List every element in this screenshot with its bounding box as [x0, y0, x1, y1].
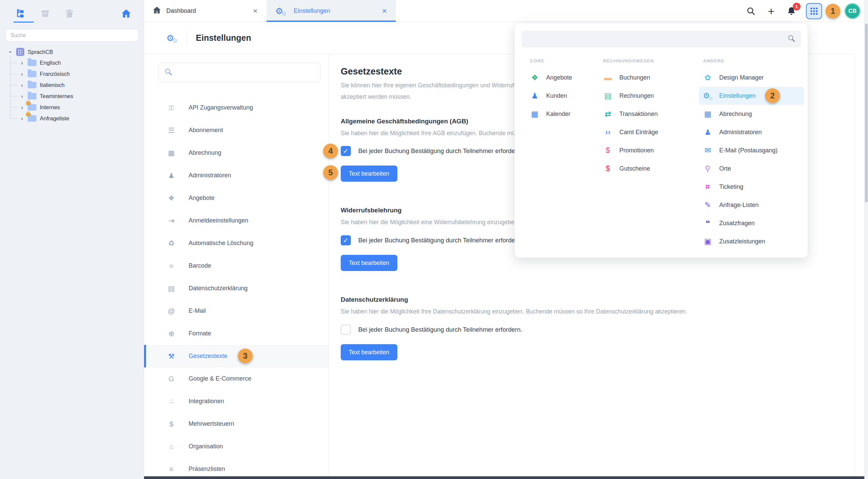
chevron-right-icon[interactable]: › [20, 71, 24, 78]
checkbox-checked-icon[interactable] [341, 235, 351, 245]
bell-icon[interactable]: 1 [786, 5, 797, 17]
launcher-item[interactable]: ❝ Zusatzfragen [699, 214, 804, 232]
launcher-item[interactable]: $ Promotionen [599, 141, 698, 159]
edit-text-button-agb[interactable]: Text bearbeiten [341, 166, 397, 182]
archive-icon[interactable] [38, 6, 53, 21]
settings-nav-label: Mehrwertsteuern [189, 420, 234, 427]
content-title: Gesetzestexte [341, 66, 402, 77]
chevron-right-icon[interactable]: › [20, 60, 24, 66]
launcher-item-label: E-Mail (Postausgang) [719, 147, 778, 154]
tab-dashboard[interactable]: Dashboard ✕ [144, 0, 267, 22]
page-scrollbar[interactable] [864, 0, 868, 479]
sidebar-search-input[interactable] [5, 29, 139, 42]
plus-icon[interactable]: + [765, 5, 777, 17]
settings-nav-item[interactable]: ♟ Administratoren [144, 164, 329, 187]
settings-nav-item[interactable]: ≡ Präsenzlisten [144, 458, 329, 479]
tree-folder-row[interactable]: › Teaminternes [10, 91, 144, 102]
launcher-search[interactable] [522, 31, 801, 48]
tax-hand-icon: $ [166, 420, 176, 428]
cube-icon: ❖ [530, 73, 539, 82]
home-icon[interactable] [119, 6, 134, 21]
checkbox-row-widerruf[interactable]: Bei jeder Buchung Bestätigung durch Teil… [341, 235, 522, 245]
grid-apps-icon[interactable] [806, 3, 822, 19]
folder-icon [28, 104, 36, 111]
launcher-item[interactable]: ▣ Zusatzleistungen [699, 232, 804, 250]
settings-nav-item[interactable]: @ E-Mail [144, 300, 329, 322]
section-heading-datenschutz: Datenschutzerklärung [341, 296, 408, 303]
chevron-down-icon[interactable]: › [7, 50, 14, 54]
page-title: Einstellungen [196, 33, 251, 43]
launcher-item[interactable]: ✉ E-Mail (Postausgang) [699, 141, 804, 159]
settings-nav-label: Automatische Löschung [189, 240, 253, 247]
settings-nav-item[interactable]: ⊕ Formate [144, 322, 329, 345]
launcher-item[interactable]: ✎ Anfrage-Listen [699, 196, 804, 214]
tree-folder-row[interactable]: › Englisch [10, 57, 144, 68]
settings-nav-item[interactable]: ⌂ Organisation [144, 435, 329, 458]
checkbox-checked-icon[interactable] [341, 146, 351, 156]
tab-einstellungen[interactable]: Einstellungen ✕ [267, 0, 396, 22]
launcher-item[interactable]: ⇄ Transaktionen [599, 105, 698, 123]
chevron-right-icon[interactable]: › [20, 115, 24, 122]
document-icon: ▤ [166, 285, 176, 293]
box-icon: ▣ [703, 237, 712, 246]
settings-search-input[interactable] [176, 69, 315, 76]
checkbox-row-agb[interactable]: Bei jeder Buchung Bestätigung durch Teil… [341, 146, 522, 156]
settings-nav-item[interactable]: ∴ Integrationen [144, 390, 329, 413]
chevron-right-icon[interactable]: › [20, 82, 24, 89]
launcher-item-label: Kalender [546, 111, 570, 118]
settings-nav-item[interactable]: ▦ Abrechnung [144, 142, 329, 164]
launcher-item[interactable]: $ Gutscheine [599, 159, 698, 178]
settings-nav-item[interactable]: $ Mehrwertsteuern [144, 413, 329, 435]
tree-folder-row[interactable]: › Französisch [10, 68, 144, 80]
section-description-datenschutz: Sie haben hier die Möglichkeit Ihre Date… [341, 308, 687, 315]
chevron-right-icon[interactable]: › [20, 104, 24, 111]
tree-folder-row[interactable]: › Internes [10, 102, 144, 113]
launcher-item[interactable]: ⌗ Ticketing [699, 178, 804, 196]
search-icon[interactable] [745, 5, 757, 17]
checkbox-unchecked-icon[interactable] [341, 325, 351, 335]
folder-icon [28, 115, 36, 122]
settings-nav-item[interactable]: ⌗ Barcode [144, 255, 329, 277]
tree-folder-row[interactable]: › Anfrageliste [10, 113, 144, 124]
launcher-item[interactable]: ‹› Camt Einträge [599, 123, 698, 141]
settings-search[interactable] [159, 63, 320, 82]
launcher-item[interactable]: ♟ Kunden [526, 87, 597, 105]
launcher-item[interactable]: ▤ Rechnungen [599, 87, 698, 105]
settings-nav-item[interactable]: ☰ Abonnement [144, 119, 329, 142]
launcher-item[interactable]: ▦ Kalender [526, 105, 597, 123]
settings-nav-item[interactable]: ❖ Angebote [144, 187, 329, 209]
settings-nav-item[interactable]: G Google & E-Commerce [144, 367, 329, 390]
close-icon[interactable]: ✕ [253, 7, 258, 15]
avatar[interactable]: CB [844, 3, 861, 19]
launcher-item[interactable]: ▬ Buchungen [599, 68, 698, 87]
code-file-icon: ‹› [603, 128, 613, 137]
annotation-badge-2: 2 [765, 88, 780, 103]
tab-label: Dashboard [166, 7, 196, 14]
launcher-item[interactable]: ⚙ Einstellungen 2 [699, 87, 804, 105]
scrollbar-thumb[interactable] [865, 24, 868, 202]
settings-nav-item[interactable]: ♻ Automatische Löschung [144, 232, 329, 255]
checkbox-row-datenschutz[interactable]: Bei jeder Buchung Bestätigung durch Teil… [341, 325, 522, 335]
settings-nav-item[interactable]: ⚒ Gesetzestexte 3 [144, 345, 329, 367]
settings-nav-item[interactable]: ⚿ API Zugangsverwaltung [144, 96, 329, 119]
launcher-item[interactable]: ✿ Design Manager [699, 68, 804, 87]
close-icon[interactable]: ✕ [382, 7, 387, 15]
launcher-item[interactable]: ▦ Abrechnung [699, 105, 804, 123]
launcher-item[interactable]: ⚲ Orte [699, 159, 804, 178]
chevron-right-icon[interactable]: › [20, 93, 24, 100]
tree-view-icon[interactable] [13, 6, 28, 21]
settings-nav-item[interactable]: ⇥ Anmeldeeinstellungen [144, 209, 329, 232]
tree-folder-row[interactable]: › Italienisch [10, 80, 144, 91]
edit-text-button-widerruf[interactable]: Text bearbeiten [341, 255, 397, 271]
launcher-search-input[interactable] [527, 36, 787, 42]
tree-root-sprachcb[interactable]: › SprachCB [0, 47, 144, 57]
settings-nav-item[interactable]: ▤ Datenschutzerklärung [144, 277, 329, 300]
launcher-item[interactable]: ♟ Administratoren [699, 123, 804, 141]
lock-icon [26, 101, 30, 105]
settings-nav-label: Integrationen [189, 398, 224, 405]
trash-icon[interactable] [62, 6, 77, 21]
search-icon [787, 34, 795, 44]
admin-user-icon: ♟ [703, 128, 712, 137]
edit-text-button-datenschutz[interactable]: Text bearbeiten [341, 344, 397, 360]
launcher-item[interactable]: ❖ Angebote [526, 68, 597, 87]
